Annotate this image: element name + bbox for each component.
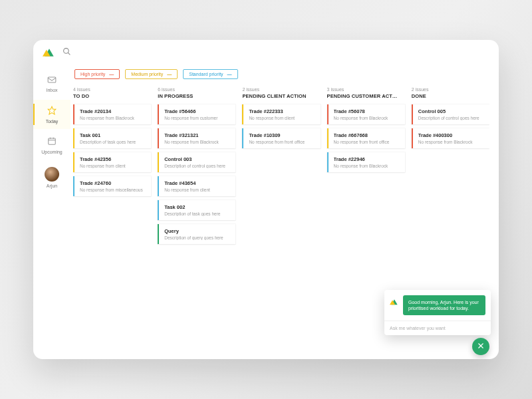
card-title: Trade #10309 (249, 132, 315, 138)
card-subtitle: No response from client (164, 188, 230, 192)
card-subtitle: No response from front office (334, 140, 400, 144)
card-title: Control 005 (418, 108, 484, 114)
sidebar-item-inbox[interactable]: Inbox (33, 69, 70, 98)
filter-chip-std[interactable]: Standard priority— (183, 69, 237, 79)
column-count: 2 issues (412, 87, 489, 92)
kanban-card[interactable]: Trade #56078No response from Blackrock (327, 104, 405, 124)
kanban-card[interactable]: Control 005Description of control goes h… (412, 104, 489, 124)
minus-icon: — (227, 72, 232, 76)
card-title: Trade #20134 (80, 108, 146, 114)
kanban-column: 2 issuesPENDING CLIENT ACTIONTrade #2223… (242, 87, 320, 350)
column-count: 2 issues (242, 87, 320, 92)
chat-widget: Good morning, Arjun. Here is your priori… (384, 290, 491, 335)
card-title: Trade #667668 (334, 132, 400, 138)
card-title: Trade #222333 (249, 108, 315, 114)
card-list: Control 005Description of control goes h… (412, 104, 489, 148)
column-count: 3 issues (327, 87, 405, 92)
topbar (33, 40, 499, 65)
kanban-card[interactable]: Trade #24760No response from miscellaneo… (73, 176, 151, 196)
sidebar-user-name: Arjun (47, 184, 57, 188)
kanban-card[interactable]: Trade #321321No response from Blackrock (158, 128, 235, 148)
chat-close-button[interactable] (472, 338, 489, 355)
card-subtitle: Description of task goes here (80, 140, 146, 144)
kanban-card[interactable]: Trade #22946No response from Blackrock (327, 152, 405, 172)
filter-bar: High priority—Medium priority—Standard p… (73, 69, 489, 79)
card-title: Query (164, 228, 230, 234)
star-icon (47, 106, 57, 117)
close-icon (477, 342, 485, 352)
sidebar-item-label: Today (46, 119, 59, 124)
kanban-card[interactable]: Trade #20134No response from Blackrock (73, 104, 151, 124)
card-title: Trade #22946 (334, 156, 400, 162)
sidebar-item-label: Inbox (46, 88, 57, 92)
chat-message: Good morning, Arjun. Here is your priori… (403, 295, 485, 315)
sidebar-item-label: Upcoming (41, 150, 63, 154)
minus-icon: — (109, 72, 114, 76)
card-title: Task 001 (80, 132, 146, 138)
column-title: DONE (412, 93, 489, 99)
kanban-card[interactable]: Trade #400300No response from Blackrock (412, 128, 489, 148)
card-title: Trade #400300 (418, 132, 484, 138)
card-title: Task 002 (164, 204, 230, 210)
kanban-column: 4 issuesTO DOTrade #20134No response fro… (73, 87, 151, 350)
svg-rect-6 (49, 138, 56, 144)
svg-point-2 (64, 49, 69, 54)
column-title: TO DO (73, 93, 151, 99)
kanban-card[interactable]: Trade #56466No response from customer (158, 104, 235, 124)
card-subtitle: No response from Blackrock (164, 140, 230, 144)
column-title: PENDING CLIENT ACTION (242, 93, 320, 99)
column-title: IN PROGRESS (158, 93, 235, 99)
kanban-card[interactable]: Trade #10309No response from front offic… (242, 128, 320, 148)
card-title: Trade #56466 (164, 108, 230, 114)
kanban-card[interactable]: Trade #222333No response from client (242, 104, 320, 124)
card-title: Trade #42356 (80, 156, 146, 162)
svg-rect-4 (48, 76, 56, 82)
filter-label: Standard priority (189, 72, 223, 76)
kanban-column: 6 issuesIN PROGRESSTrade #56466No respon… (158, 87, 235, 350)
kanban-card[interactable]: Control 003Description of control goes h… (158, 152, 235, 172)
filter-label: Medium priority (131, 72, 163, 76)
card-list: Trade #56466No response from customerTra… (158, 104, 235, 244)
app-logo (43, 47, 56, 58)
filter-label: High priority (80, 72, 105, 76)
card-subtitle: No response from client (249, 116, 315, 120)
card-subtitle: No response from customer (164, 116, 230, 120)
card-subtitle: No response from Blackrock (80, 116, 146, 120)
sidebar-user[interactable]: Arjun (33, 161, 70, 190)
card-subtitle: No response from miscellaneous (80, 188, 146, 192)
sidebar: Inbox Today Upcoming (33, 65, 70, 359)
card-title: Trade #24760 (80, 180, 146, 186)
column-count: 4 issues (73, 87, 151, 92)
minus-icon: — (167, 72, 172, 76)
card-title: Trade #321321 (164, 132, 230, 138)
card-list: Trade #20134No response from BlackrockTa… (73, 104, 151, 196)
sidebar-item-today[interactable]: Today (33, 100, 70, 129)
card-list: Trade #56078No response from BlackrockTr… (327, 104, 405, 172)
avatar (45, 167, 59, 182)
kanban-card[interactable]: Task 002Description of task goes here (158, 200, 235, 220)
filter-chip-med[interactable]: Medium priority— (125, 69, 178, 79)
card-list: Trade #222333No response from clientTrad… (242, 104, 320, 148)
kanban-card[interactable]: Trade #667668No response from front offi… (327, 128, 405, 148)
chat-input[interactable]: Ask me whatever you want (384, 321, 491, 335)
svg-line-3 (68, 53, 70, 55)
card-subtitle: Description of task goes here (164, 211, 230, 216)
svg-marker-5 (48, 106, 56, 114)
filter-chip-high[interactable]: High priority— (74, 69, 120, 79)
card-title: Trade #43654 (164, 180, 230, 186)
card-subtitle: No response from Blackrock (418, 140, 484, 144)
column-title: PENDING CUSTOMER ACT… (327, 93, 405, 99)
card-title: Control 003 (164, 156, 230, 162)
sidebar-item-upcoming[interactable]: Upcoming (33, 130, 70, 160)
column-count: 6 issues (158, 87, 235, 92)
card-subtitle: Description of control goes here (418, 116, 484, 120)
calendar-icon (47, 136, 57, 148)
app-window: Inbox Today Upcoming (33, 40, 499, 359)
kanban-card[interactable]: Trade #43654No response from client (158, 176, 235, 196)
card-title: Trade #56078 (334, 108, 400, 114)
kanban-card[interactable]: QueryDescription of query goes here (158, 224, 235, 244)
kanban-card[interactable]: Task 001Description of task goes here (73, 128, 151, 148)
kanban-card[interactable]: Trade #42356No response from client (73, 152, 151, 172)
card-subtitle: No response from client (80, 164, 146, 168)
search-icon[interactable] (63, 47, 71, 58)
